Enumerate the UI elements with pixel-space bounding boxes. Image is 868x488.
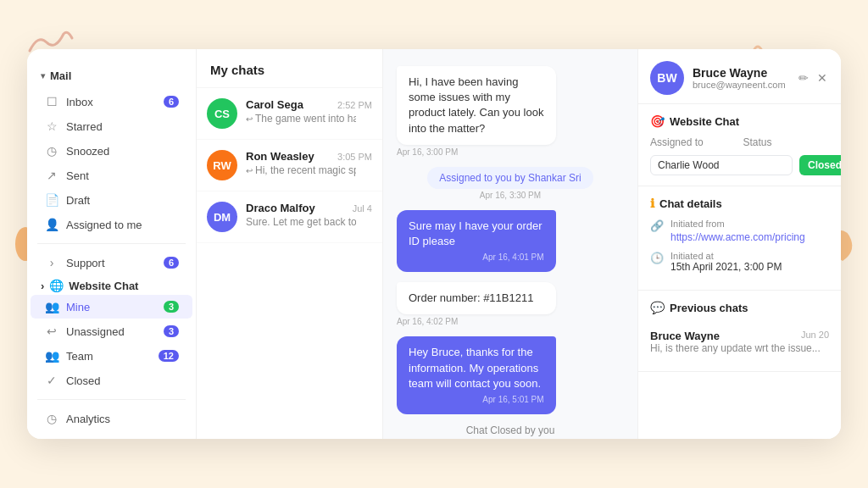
website-chat-label: Website Chat — [69, 280, 138, 292]
contact-actions: ✏ ✕ — [797, 69, 829, 86]
sidebar-item-support[interactable]: › Support 6 — [31, 251, 192, 274]
mine-icon: 👥 — [44, 300, 59, 313]
website-chat-section[interactable]: › 🌐 Website Chat — [27, 275, 196, 294]
website-chat-panel-icon: 🎯 — [650, 114, 665, 128]
inbox-icon: ☐ — [44, 95, 59, 108]
chat-preview-draco: Sure. Let me get back to you with... — [246, 216, 356, 228]
chat-name-row-ron: Ron Weasley 3:05 PM — [246, 150, 372, 163]
initiated-from-row: 🔗 Initiated from https://www.acme.com/pr… — [650, 219, 829, 244]
sidebar-item-team[interactable]: 👥 Team 12 — [31, 344, 192, 368]
sidebar: ▾ Mail ☐ Inbox 6 ☆ Starred ◷ Snoozed ↗ S… — [27, 49, 197, 439]
chat-time-carol: 2:52 PM — [337, 100, 372, 110]
prev-chat-item-1[interactable]: Bruce Wayne Jun 20 Hi, is there any upda… — [650, 323, 829, 361]
chat-item-draco[interactable]: DM Draco Malfoy Jul 4 Sure. Let me get b… — [197, 191, 382, 243]
message-1: Hi, I have been having some issues with … — [397, 66, 624, 157]
initiated-from-link[interactable]: https://www.acme.com/pricing — [670, 231, 805, 243]
sidebar-item-mine[interactable]: 👥 Mine 3 — [31, 295, 192, 319]
sidebar-item-team-label: Team — [66, 350, 152, 363]
website-chat-fields: Assigned to Status Closed — [650, 136, 829, 175]
message-2: Assigned to you by Shankar Sri Apr 16, 3… — [397, 167, 624, 200]
assigned-to-input[interactable] — [650, 155, 793, 175]
chat-item-carol[interactable]: CS Carol Sega 2:52 PM ↩ The game went in… — [197, 88, 382, 140]
sidebar-item-assigned[interactable]: 👤 Assigned to me — [31, 213, 192, 236]
chat-avatar-carol: CS — [207, 98, 237, 129]
chat-name-ron: Ron Weasley — [246, 150, 314, 163]
sent-icon: ↗ — [44, 169, 59, 182]
initiated-from-content: Initiated from https://www.acme.com/pric… — [670, 219, 829, 244]
email-templates-icon: ✉ — [44, 436, 59, 439]
website-chat-section-title-label: Website Chat — [670, 115, 739, 128]
sidebar-item-snoozed[interactable]: ◷ Snoozed — [31, 139, 192, 163]
initiated-at-content: Initiated at 15th April 2021, 3:00 PM — [670, 251, 829, 273]
initiated-at-value: 15th April 2021, 3:00 PM — [670, 261, 829, 273]
sidebar-item-inbox-label: Inbox — [66, 96, 157, 108]
website-chat-section-panel: 🎯 Website Chat Assigned to Status Closed — [638, 104, 841, 186]
msg-closed-time-6: Apr 16, 5:01 PM — [480, 438, 541, 439]
sidebar-item-unassigned[interactable]: ↩ Unassigned 3 — [31, 319, 192, 343]
status-button[interactable]: Closed — [799, 155, 841, 175]
unassigned-icon: ↩ — [44, 324, 59, 338]
unassigned-badge: 3 — [164, 325, 179, 337]
initiated-at-row: 🕒 Initiated at 15th April 2021, 3:00 PM — [650, 251, 829, 273]
team-icon: 👥 — [44, 349, 59, 363]
chat-info-ron: Ron Weasley 3:05 PM ↩ Hi, the recent mag… — [246, 150, 372, 176]
sidebar-divider-1 — [37, 243, 186, 244]
sidebar-item-draft[interactable]: 📄 Draft — [31, 188, 192, 212]
prev-chat-date: Jun 20 — [801, 330, 829, 342]
reply-icon-ron: ↩ — [246, 166, 253, 175]
support-icon: › — [44, 256, 59, 269]
sidebar-item-sent[interactable]: ↗ Sent — [31, 164, 192, 187]
chat-name-draco: Draco Malfoy — [246, 202, 315, 214]
chat-list-title: My chats — [210, 63, 264, 77]
sidebar-item-snoozed-label: Snoozed — [66, 145, 179, 158]
previous-chats-section: 💬 Previous chats Bruce Wayne Jun 20 Hi, … — [638, 291, 841, 372]
analytics-icon: ◷ — [44, 412, 59, 425]
edit-contact-button[interactable]: ✏ — [797, 69, 810, 86]
message-5: Hey Bruce, thanks for the information. M… — [397, 336, 624, 414]
sidebar-item-analytics[interactable]: ◷ Analytics — [31, 407, 192, 430]
sidebar-item-support-label: Support — [66, 257, 157, 269]
assigned-to-value-row: Closed — [650, 155, 829, 175]
sidebar-item-inbox[interactable]: ☐ Inbox 6 — [31, 90, 192, 114]
mail-arrow-icon: ▾ — [41, 71, 45, 80]
previous-chats-title-label: Previous chats — [670, 302, 748, 314]
chat-details-icon: ℹ — [650, 197, 654, 210]
chat-name-row-carol: Carol Sega 2:52 PM — [246, 98, 372, 111]
chat-avatar-initials-carol: CS — [214, 108, 230, 120]
prev-chat-name: Bruce Wayne — [650, 330, 720, 342]
contact-avatar: BW — [650, 61, 684, 95]
chat-details-title: ℹ Chat details — [650, 197, 829, 210]
initiated-at-label: Initiated at — [670, 251, 829, 261]
chat-preview-text-carol: The game went into half-time... — [255, 113, 356, 125]
status-label: Status — [743, 136, 830, 148]
chat-avatar-initials-draco: DM — [214, 211, 231, 224]
starred-icon: ☆ — [44, 119, 59, 133]
sidebar-item-email-templates-label: Email templates — [66, 437, 179, 440]
msg-bubble-4: Order number: #11B1211 — [397, 282, 556, 314]
sidebar-item-closed[interactable]: ✓ Closed — [31, 369, 192, 392]
msg-system-time-2: Apr 16, 3:30 PM — [480, 191, 541, 200]
support-badge: 6 — [164, 257, 179, 269]
msg-text-5: Hey Bruce, thanks for the information. M… — [409, 346, 541, 389]
sidebar-item-email-templates[interactable]: ✉ Email templates — [31, 431, 192, 439]
previous-chats-icon: 💬 — [650, 301, 665, 314]
sidebar-item-closed-label: Closed — [66, 374, 179, 387]
prev-chat-name-row: Bruce Wayne Jun 20 — [650, 330, 829, 342]
msg-system-2: Assigned to you by Shankar Sri — [427, 167, 593, 189]
sidebar-item-starred[interactable]: ☆ Starred — [31, 114, 192, 138]
msg-text-3: Sure may I have your order ID please — [409, 219, 542, 247]
previous-chats-title: 💬 Previous chats — [650, 301, 829, 314]
msg-system-text-2: Assigned to you by Shankar Sri — [439, 172, 581, 184]
app-container: ▾ Mail ☐ Inbox 6 ☆ Starred ◷ Snoozed ↗ S… — [27, 49, 841, 439]
chat-item-ron[interactable]: RW Ron Weasley 3:05 PM ↩ Hi, the recent … — [197, 140, 382, 191]
msg-text-4: Order number: #11B1211 — [409, 291, 533, 304]
chat-name-carol: Carol Sega — [246, 98, 303, 111]
close-contact-button[interactable]: ✕ — [815, 69, 829, 86]
website-chat-section-title: 🎯 Website Chat — [650, 114, 829, 128]
chat-time-ron: 3:05 PM — [337, 152, 372, 162]
mail-section-title[interactable]: ▾ Mail — [27, 66, 196, 89]
sidebar-item-starred-label: Starred — [66, 120, 179, 133]
sidebar-item-unassigned-label: Unassigned — [66, 325, 157, 338]
messages-scroll[interactable]: Hi, I have been having some issues with … — [383, 49, 637, 439]
mine-badge: 3 — [164, 301, 179, 313]
